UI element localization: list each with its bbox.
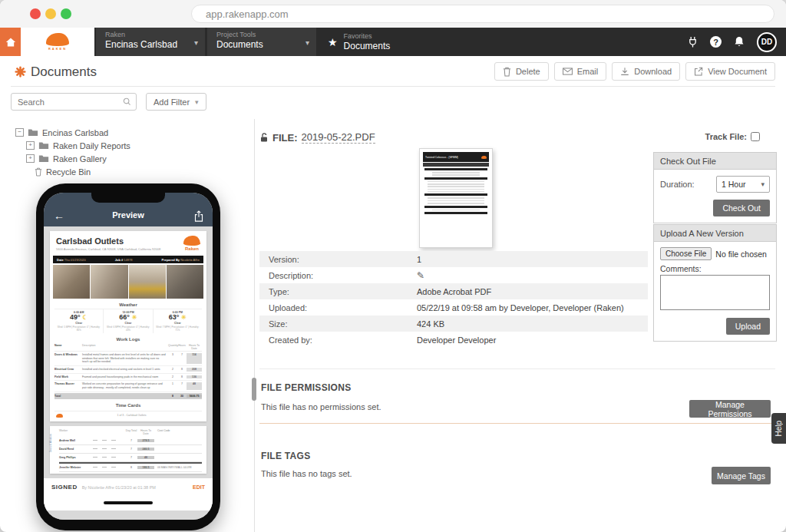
photo	[53, 265, 90, 299]
edit-pencil-icon[interactable]: ✎	[417, 270, 424, 281]
external-link-icon	[694, 67, 703, 76]
sun-icon: ☀	[181, 314, 187, 321]
report-photos	[53, 265, 203, 299]
folder-icon	[38, 154, 49, 163]
file-permissions-title: FILE PERMISSIONS	[261, 382, 351, 393]
tree-item-recycle-bin[interactable]: Recycle Bin	[15, 165, 130, 178]
raken-logo-icon	[481, 156, 487, 159]
file-details-table: Version: 1 Description: ✎ Type: Adobe Ac…	[259, 251, 648, 348]
delete-button[interactable]: Delete	[494, 62, 549, 81]
file-name-link[interactable]: 2019-05-22.PDF	[302, 131, 375, 144]
no-file-chosen-text: No file chosen	[715, 249, 767, 259]
url-bar[interactable]: app.rakenapp.com	[191, 5, 774, 23]
tree-item-label: Raken Gallery	[53, 154, 107, 164]
header-divider	[11, 86, 775, 87]
track-file-checkbox[interactable]	[751, 132, 760, 141]
sun-icon: ☀	[131, 314, 137, 321]
signed-label: SIGNED	[51, 484, 78, 491]
view-document-button[interactable]: View Document	[685, 62, 775, 81]
file-tags-title: FILE TAGS	[261, 451, 310, 461]
raken-logo[interactable]: RAKEN	[21, 28, 94, 56]
expand-icon[interactable]: +	[26, 141, 35, 150]
screenshot-stage: app.rakenapp.com RAKEN Raken Encinas Car…	[0, 0, 786, 532]
download-button-label: Download	[634, 67, 672, 76]
work-log-row: Field Work Framed and poured housekeepin…	[54, 374, 202, 382]
phone-content: Carlsbad Outlets 5600 Avenida Encinas, C…	[44, 226, 213, 520]
view-document-button-label: View Document	[708, 67, 767, 76]
weather-row: 6:00 AM 49° ☾ Clear Wind: 5 MPH | Precip…	[54, 309, 202, 333]
expand-icon[interactable]: +	[26, 154, 35, 163]
report-address: 5600 Avenida Encinas, Carlsbad, CA 92008…	[56, 247, 200, 251]
user-avatar[interactable]: DD	[757, 32, 777, 52]
work-logs-title: Work Logs	[50, 337, 206, 342]
close-window-button[interactable]	[30, 8, 41, 19]
tool-selector-label: Project Tools	[216, 31, 309, 38]
duration-select[interactable]: 1 Hour ▾	[716, 176, 770, 193]
tree-item-label: Raken Daily Reports	[53, 141, 130, 150]
time-cards-card: Doors & Windows Worker Day Total Hours T…	[50, 426, 206, 474]
favorites-label: Favorites	[344, 32, 391, 40]
phone-mockup: ← Preview Carlsbad Outlets 5600 Avenida …	[36, 183, 220, 530]
help-icon[interactable]: ?	[710, 36, 722, 48]
minimize-window-button[interactable]	[45, 8, 56, 19]
pdf-thumbnail[interactable]: Twisted Colossus - (SFMM)	[419, 148, 493, 248]
file-label: FILE:	[272, 132, 298, 144]
time-card-row: Andrew Wall 7 278.5	[59, 437, 202, 445]
work-log-row: Doors & Windows Installed metal frames a…	[54, 352, 202, 366]
email-button[interactable]: Email	[554, 62, 607, 81]
manage-permissions-button[interactable]: Manage Permissions	[689, 400, 771, 418]
folder-tree: − Encinas Carlsbad + Raken Daily Reports…	[15, 126, 130, 178]
search-icon	[123, 97, 131, 106]
project-selector[interactable]: Raken Encinas Carlsbad ▾	[95, 28, 205, 56]
tool-selector[interactable]: Project Tools Documents ▾	[206, 28, 316, 56]
chevron-down-icon: ▾	[305, 38, 309, 47]
comments-textarea[interactable]	[660, 275, 770, 310]
duration-label: Duration:	[660, 180, 695, 189]
chevron-down-icon: ▾	[194, 38, 198, 47]
moon-icon: ☾	[82, 314, 88, 321]
phone-preview-title: Preview	[44, 210, 213, 220]
search-input[interactable]	[12, 94, 117, 110]
download-icon	[620, 67, 629, 77]
choose-file-button[interactable]: Choose File	[660, 247, 712, 260]
trash-icon	[35, 167, 42, 177]
scrollbar-thumb[interactable]	[252, 378, 256, 401]
table-row: Description: ✎	[259, 267, 648, 283]
tree-item-label: Encinas Carlsbad	[42, 128, 108, 137]
raken-logo-icon	[56, 414, 63, 418]
upload-button[interactable]: Upload	[726, 318, 770, 335]
report-brand: Raken	[183, 236, 200, 251]
raken-logo-text: RAKEN	[48, 47, 67, 51]
tree-item-root[interactable]: − Encinas Carlsbad	[15, 126, 130, 139]
add-filter-button[interactable]: Add Filter ▾	[146, 93, 206, 111]
top-navbar: RAKEN Raken Encinas Carlsbad ▾ Project T…	[0, 28, 786, 56]
help-tab[interactable]: Help	[771, 413, 786, 444]
time-card-row: David Reed 7 240.5	[59, 445, 202, 454]
track-file-label: Track File:	[705, 132, 747, 141]
home-button[interactable]	[0, 28, 21, 56]
integrations-plug-icon[interactable]	[688, 36, 698, 48]
work-log-row: Electrical Crew Installed and checked el…	[54, 366, 202, 374]
report-info-bar: Date Thu 01/23/2020 Job # 14878 Prepared…	[53, 256, 203, 263]
edit-button[interactable]: EDIT	[193, 484, 205, 490]
time-card-row: Greg Phillips 7 48	[59, 454, 202, 462]
download-button[interactable]: Download	[612, 62, 680, 81]
time-card-group-label: Doors & Windows	[49, 434, 52, 452]
favorites-item[interactable]: ★ Favorites Documents	[319, 28, 390, 56]
comments-label: Comments:	[660, 264, 770, 273]
notifications-bell-icon[interactable]	[734, 36, 745, 48]
manage-tags-button[interactable]: Manage Tags	[712, 467, 771, 484]
collapse-icon[interactable]: −	[15, 128, 24, 137]
check-out-button[interactable]: Check Out	[713, 200, 770, 216]
delete-button-label: Delete	[516, 67, 540, 76]
table-row: Size: 424 KB	[259, 316, 648, 332]
maximize-window-button[interactable]	[61, 8, 71, 19]
signed-bar: SIGNED By Nicolette Affre 01/23/20 at 01…	[44, 478, 213, 497]
tree-item-gallery[interactable]: + Raken Gallery	[15, 152, 130, 165]
tree-item-daily-reports[interactable]: + Raken Daily Reports	[15, 139, 130, 152]
table-row: Uploaded: 05/22/19 at 09:58 am by Develo…	[259, 299, 648, 316]
upload-panel-title: Upload A New Version	[654, 225, 776, 242]
home-indicator	[104, 501, 153, 504]
email-button-label: Email	[577, 67, 599, 76]
share-icon[interactable]	[194, 210, 203, 222]
